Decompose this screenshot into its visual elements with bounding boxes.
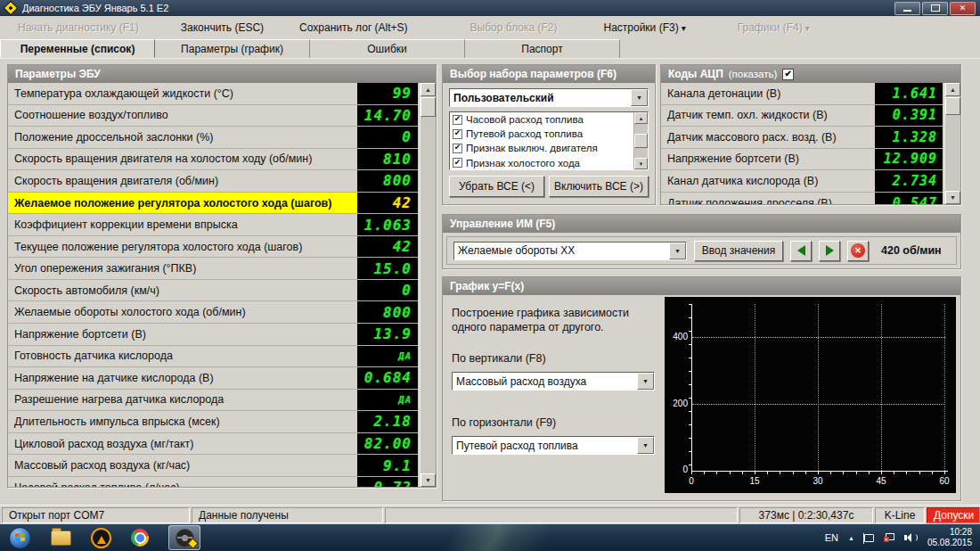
- parameter-set-header: Выбор набора параметров (F6): [443, 65, 655, 83]
- scroll-down-button[interactable]: [421, 473, 436, 487]
- vertical-axis-dropdown[interactable]: Массовый расход воздуха: [452, 372, 655, 391]
- tab-variables-list[interactable]: Переменные (список): [0, 39, 155, 58]
- scroll-thumb[interactable]: [634, 134, 648, 148]
- taskbar: EN ▲ ✕ 10:28 05.08.2015: [0, 524, 980, 551]
- increase-button[interactable]: [819, 241, 840, 261]
- scroll-up-button[interactable]: [945, 83, 960, 96]
- param-value-display: 82.00: [357, 433, 418, 455]
- param-row[interactable]: Текущее положение регулятора холостого х…: [8, 236, 418, 259]
- ecu-scrollbar[interactable]: [420, 83, 436, 487]
- param-row[interactable]: Скорость автомобиля (км/ч)0: [8, 280, 418, 302]
- explorer-taskbar-icon[interactable]: [51, 530, 71, 546]
- gridline: [818, 304, 819, 471]
- param-row-highlighted[interactable]: Желаемое положение регулятора холостого …: [8, 193, 418, 215]
- adc-scrollbar[interactable]: [944, 83, 960, 204]
- param-row[interactable]: Скорость вращения двигателя на холостом …: [8, 149, 418, 171]
- param-value-display: 0: [357, 280, 418, 301]
- volume-icon[interactable]: [904, 533, 918, 542]
- adc-value-display: 1.328: [875, 127, 943, 148]
- network-icon[interactable]: ✕: [884, 533, 894, 542]
- param-row[interactable]: Напряжение бортсети (В)13.9: [8, 324, 418, 346]
- checklist-scrollbar[interactable]: [633, 112, 648, 169]
- checklist-item[interactable]: Часовой расход топлива: [450, 112, 648, 127]
- minimize-button[interactable]: [894, 2, 920, 15]
- param-row[interactable]: Положение дроссельной заслонки (%)0: [8, 127, 418, 149]
- diagnostics-app-taskbar-button[interactable]: [168, 525, 200, 550]
- preset-dropdown[interactable]: Пользовательский: [449, 88, 649, 107]
- adc-row[interactable]: Датчик темп. охл. жидкости (В)0.391: [661, 105, 943, 127]
- start-button[interactable]: [9, 527, 31, 549]
- chrome-taskbar-icon[interactable]: [131, 529, 149, 547]
- ecu-panel-header: Параметры ЭБУ: [8, 65, 436, 83]
- param-row[interactable]: Скорость вращения двигателя (об/мин)800: [8, 170, 418, 193]
- adc-row[interactable]: Канал датчика кислорода (В)2.734: [661, 170, 943, 193]
- show-hidden-icons[interactable]: ▲: [848, 535, 854, 541]
- right-arrow-icon: [826, 245, 834, 256]
- gridline: [755, 304, 755, 471]
- param-row[interactable]: Часовой расход топлива (л/час)0.72: [8, 477, 418, 487]
- scroll-down-button[interactable]: [634, 158, 648, 169]
- chevron-down-icon[interactable]: [637, 437, 654, 454]
- param-row[interactable]: Длительность импульса впрыска (мсек)2.18: [8, 411, 418, 433]
- stop-button[interactable]: [847, 241, 869, 261]
- im-control-row: Желаемые обороты ХХ Ввод значения 420 об…: [446, 236, 957, 265]
- tab-errors[interactable]: Ошибки: [310, 39, 465, 58]
- adc-row[interactable]: Напряжение бортсети (В)12.909: [661, 149, 943, 171]
- checkbox-checked-icon[interactable]: [453, 144, 462, 153]
- add-all-button[interactable]: Включить ВСЕ (>): [549, 176, 649, 197]
- enter-value-button[interactable]: Ввод значения: [694, 241, 783, 261]
- decrease-button[interactable]: [790, 241, 812, 261]
- maximize-button[interactable]: [922, 2, 948, 15]
- param-row[interactable]: Напряжение на датчике кислорода (В)0.684: [8, 367, 418, 390]
- remove-all-button[interactable]: Убрать ВСЕ (<): [449, 176, 544, 197]
- param-label: Желаемое положение регулятора холостого …: [8, 193, 357, 214]
- checkbox-checked-icon[interactable]: [453, 115, 462, 125]
- close-button[interactable]: ✕: [950, 2, 976, 15]
- param-row[interactable]: Цикловой расход воздуха (мг/такт)82.00: [8, 433, 418, 456]
- param-row[interactable]: Угол опережения зажигания (°ПКВ)15.0: [8, 258, 418, 280]
- menu-finish[interactable]: Закончить (ESC): [181, 21, 264, 34]
- tab-parameters-graph[interactable]: Параметры (график): [155, 39, 310, 58]
- scroll-thumb[interactable]: [945, 97, 960, 115]
- param-value-display: 13.9: [357, 324, 418, 345]
- adc-value-display: 0.547: [875, 193, 943, 204]
- adc-show-checkbox[interactable]: [782, 69, 794, 80]
- app-icon: [4, 1, 19, 16]
- param-row[interactable]: Соотношение воздух/топливо14.70: [8, 105, 418, 127]
- action-center-flag-icon[interactable]: [864, 534, 874, 542]
- menu-save-log[interactable]: Сохранить лог (Alt+S): [299, 21, 408, 34]
- status-dopuski-badge[interactable]: Допуски: [927, 507, 980, 523]
- clock[interactable]: 10:28 05.08.2015: [927, 527, 972, 549]
- menu-settings[interactable]: Настройки (F3): [603, 21, 685, 34]
- horizontal-axis-dropdown[interactable]: Путевой расход топлива: [452, 436, 655, 455]
- scroll-up-button[interactable]: [421, 83, 436, 96]
- scroll-thumb[interactable]: [421, 97, 436, 117]
- param-row[interactable]: Готовность датчика кислородаДА: [8, 346, 418, 368]
- checkbox-checked-icon[interactable]: [453, 129, 462, 139]
- param-row[interactable]: Температура охлаждающей жидкости (°С)99: [8, 83, 418, 105]
- chevron-down-icon: [803, 21, 810, 34]
- scroll-up-button[interactable]: [634, 112, 648, 124]
- param-row[interactable]: Желаемые обороты холостого хода (об/мин)…: [8, 301, 418, 324]
- scroll-down-button[interactable]: [945, 191, 960, 204]
- param-value-display: 9.1: [357, 455, 418, 476]
- adc-row[interactable]: Датчик массового расх. возд. (В)1.328: [661, 127, 943, 149]
- adc-row[interactable]: Датчик положения дросселя (В)0.547: [661, 193, 943, 204]
- param-row[interactable]: Коэффициент коррекции времени впрыска1.0…: [8, 214, 418, 236]
- x-minor-ticks: [691, 472, 948, 474]
- checklist-item[interactable]: Признак холостого хода: [450, 156, 648, 170]
- checklist-item[interactable]: Признак выключ. двигателя: [450, 141, 648, 155]
- chevron-down-icon[interactable]: [637, 373, 654, 390]
- chevron-down-icon[interactable]: [669, 243, 686, 259]
- chevron-down-icon[interactable]: [631, 89, 648, 106]
- system-tray: EN ▲ ✕ 10:28 05.08.2015: [825, 527, 980, 549]
- param-row[interactable]: Разрешение нагрева датчика кислородаДА: [8, 390, 418, 412]
- tab-passport[interactable]: Паспорт: [465, 39, 620, 58]
- param-row[interactable]: Массовый расход воздуха (кг/час)9.1: [8, 455, 418, 477]
- im-selector-dropdown[interactable]: Желаемые обороты ХХ: [453, 242, 687, 260]
- language-indicator[interactable]: EN: [825, 532, 838, 543]
- adc-row[interactable]: Канала детонации (В)1.641: [661, 83, 943, 105]
- checkbox-checked-icon[interactable]: [453, 158, 462, 168]
- aimp-taskbar-icon[interactable]: [91, 528, 111, 548]
- checklist-item[interactable]: Путевой расход топлива: [450, 127, 648, 141]
